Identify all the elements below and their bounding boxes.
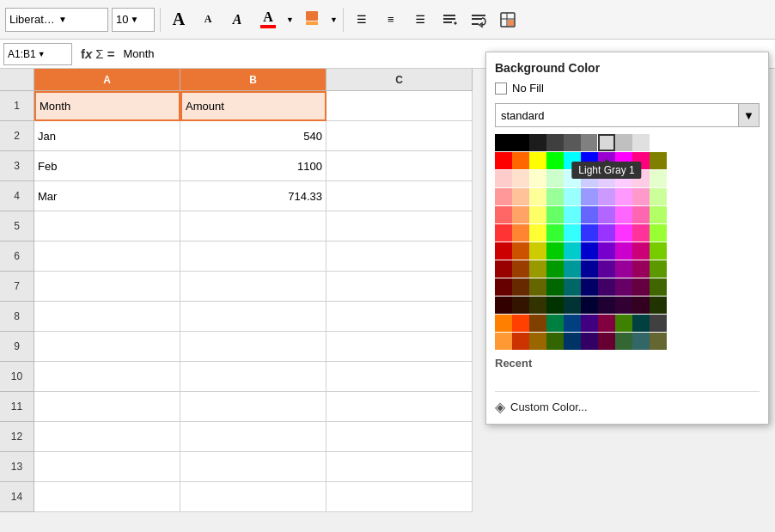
wrap-text-button[interactable] bbox=[466, 8, 491, 32]
cell-b14[interactable] bbox=[180, 482, 326, 512]
color-cell-5-0[interactable] bbox=[495, 224, 512, 242]
color-cell-10-9[interactable] bbox=[650, 315, 667, 332]
color-cell-11-0[interactable] bbox=[495, 333, 512, 350]
color-cell-2-9[interactable] bbox=[650, 170, 667, 187]
color-cell-2-8[interactable] bbox=[632, 170, 650, 187]
color-cell-0-6[interactable]: Light Gray 1 bbox=[598, 134, 615, 151]
color-cell-8-9[interactable] bbox=[650, 278, 667, 296]
cell-b13[interactable] bbox=[180, 452, 326, 482]
column-header-a[interactable]: A bbox=[34, 69, 180, 91]
font-size-selector[interactable]: 10 ▼ bbox=[112, 8, 155, 32]
cell-a9[interactable] bbox=[34, 332, 180, 362]
color-cell-8-8[interactable] bbox=[632, 278, 650, 296]
no-fill-row[interactable]: No Fill bbox=[495, 82, 760, 95]
color-cell-7-2[interactable] bbox=[529, 260, 546, 278]
sum-icon[interactable]: Σ bbox=[95, 46, 103, 61]
font-decrease-button[interactable]: A bbox=[195, 8, 221, 32]
cell-c11[interactable] bbox=[326, 392, 473, 422]
color-cell-10-0[interactable] bbox=[495, 315, 512, 332]
align-center-button[interactable]: ≡ bbox=[378, 8, 404, 32]
equals-icon[interactable]: = bbox=[107, 46, 115, 61]
color-cell-4-3[interactable] bbox=[546, 206, 564, 223]
cell-a2[interactable]: Jan bbox=[34, 121, 180, 151]
color-cell-9-3[interactable] bbox=[546, 297, 564, 314]
font-color-dropdown[interactable]: ▼ bbox=[286, 15, 294, 24]
cell-a13[interactable] bbox=[34, 452, 180, 482]
row-header-4[interactable]: 4 bbox=[0, 181, 34, 211]
highlight-button[interactable] bbox=[297, 8, 326, 32]
color-cell-9-4[interactable] bbox=[564, 297, 581, 314]
color-cell-5-9[interactable] bbox=[650, 224, 667, 242]
color-cell-7-5[interactable] bbox=[581, 260, 598, 278]
color-cell-8-1[interactable] bbox=[512, 278, 529, 296]
row-header-1[interactable]: 1 bbox=[0, 91, 34, 121]
color-cell-1-0[interactable] bbox=[495, 152, 512, 169]
palette-dropdown[interactable]: standard ▼ bbox=[495, 103, 760, 127]
color-cell-4-9[interactable] bbox=[650, 206, 667, 223]
color-cell-2-5[interactable] bbox=[581, 170, 598, 187]
cell-a12[interactable] bbox=[34, 422, 180, 452]
cell-b7[interactable] bbox=[180, 272, 326, 302]
color-cell-0-1[interactable] bbox=[512, 134, 529, 151]
cell-c8[interactable] bbox=[326, 302, 473, 332]
align-left-button[interactable]: ☰ bbox=[349, 8, 375, 32]
cell-c6[interactable] bbox=[326, 242, 473, 272]
cell-c1[interactable] bbox=[326, 91, 473, 121]
cell-b8[interactable] bbox=[180, 302, 326, 332]
color-cell-5-3[interactable] bbox=[546, 224, 564, 242]
color-cell-6-3[interactable] bbox=[546, 242, 564, 260]
color-cell-0-8[interactable] bbox=[632, 134, 650, 151]
row-header-5[interactable]: 5 bbox=[0, 211, 34, 242]
table-button[interactable] bbox=[495, 8, 521, 32]
custom-color-button[interactable]: ◈ Custom Color... bbox=[495, 399, 760, 415]
highlight-dropdown[interactable]: ▼ bbox=[330, 15, 338, 24]
color-cell-5-2[interactable] bbox=[529, 224, 546, 242]
row-header-6[interactable]: 6 bbox=[0, 242, 34, 272]
color-cell-11-4[interactable] bbox=[564, 333, 581, 350]
cell-a1[interactable]: Month bbox=[34, 91, 180, 121]
color-cell-8-7[interactable] bbox=[615, 278, 632, 296]
color-cell-7-4[interactable] bbox=[564, 260, 581, 278]
color-cell-9-2[interactable] bbox=[529, 297, 546, 314]
color-cell-3-1[interactable] bbox=[512, 188, 529, 205]
row-header-14[interactable]: 14 bbox=[0, 482, 34, 512]
color-cell-5-6[interactable] bbox=[598, 224, 615, 242]
color-cell-6-5[interactable] bbox=[581, 242, 598, 260]
color-cell-7-7[interactable] bbox=[615, 260, 632, 278]
color-cell-7-1[interactable] bbox=[512, 260, 529, 278]
cell-b5[interactable] bbox=[180, 211, 326, 242]
color-cell-10-8[interactable] bbox=[632, 315, 650, 332]
font-name-dropdown-icon[interactable]: ▼ bbox=[58, 15, 104, 24]
row-header-10[interactable]: 10 bbox=[0, 362, 34, 392]
color-cell-5-8[interactable] bbox=[632, 224, 650, 242]
font-size-dropdown-icon[interactable]: ▼ bbox=[130, 15, 138, 24]
color-cell-0-2[interactable] bbox=[529, 134, 546, 151]
color-cell-1-5[interactable] bbox=[581, 152, 598, 169]
color-cell-9-0[interactable] bbox=[495, 297, 512, 314]
color-cell-1-3[interactable] bbox=[546, 152, 564, 169]
color-cell-0-5[interactable] bbox=[581, 134, 598, 151]
color-cell-10-3[interactable] bbox=[546, 315, 564, 332]
color-cell-11-1[interactable] bbox=[512, 333, 529, 350]
cell-c4[interactable] bbox=[326, 181, 473, 211]
cell-a14[interactable] bbox=[34, 482, 180, 512]
no-fill-checkbox[interactable] bbox=[495, 83, 507, 95]
color-cell-3-8[interactable] bbox=[632, 188, 650, 205]
row-header-11[interactable]: 11 bbox=[0, 392, 34, 422]
color-cell-9-9[interactable] bbox=[650, 297, 667, 314]
color-cell-5-4[interactable] bbox=[564, 224, 581, 242]
color-cell-3-2[interactable] bbox=[529, 188, 546, 205]
cell-c3[interactable] bbox=[326, 151, 473, 181]
cell-c12[interactable] bbox=[326, 422, 473, 452]
color-cell-11-5[interactable] bbox=[581, 333, 598, 350]
color-cell-0-3[interactable] bbox=[546, 134, 564, 151]
cell-a10[interactable] bbox=[34, 362, 180, 392]
font-style-button[interactable]: A bbox=[224, 8, 250, 32]
cell-b9[interactable] bbox=[180, 332, 326, 362]
color-cell-4-7[interactable] bbox=[615, 206, 632, 223]
color-cell-8-4[interactable] bbox=[564, 278, 581, 296]
color-cell-1-1[interactable] bbox=[512, 152, 529, 169]
font-increase-button[interactable]: A bbox=[166, 8, 192, 32]
color-cell-4-5[interactable] bbox=[581, 206, 598, 223]
color-cell-9-8[interactable] bbox=[632, 297, 650, 314]
